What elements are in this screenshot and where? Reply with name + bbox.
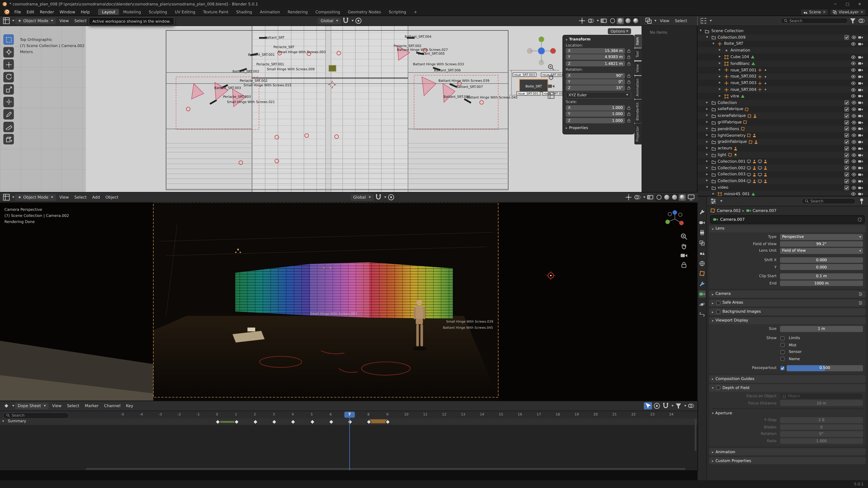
outliner-row-pendrillons[interactable]: ▸pendrillons bbox=[698, 126, 868, 132]
camera-visibility-icon[interactable] bbox=[858, 120, 863, 125]
field-focus-distance[interactable]: 10 m bbox=[780, 400, 863, 406]
toggle-xray-button[interactable] bbox=[646, 194, 654, 201]
disclosure-arrow[interactable]: ▸ bbox=[706, 132, 708, 139]
disclosure-arrow[interactable]: ▸ bbox=[719, 60, 721, 67]
exclude-checkbox[interactable] bbox=[844, 120, 849, 125]
eye-icon[interactable] bbox=[851, 68, 856, 72]
eye-icon[interactable] bbox=[851, 100, 856, 105]
eye-icon[interactable] bbox=[851, 80, 856, 86]
field-end[interactable]: 1000 m bbox=[780, 281, 863, 286]
show-overlays-toggle[interactable] bbox=[633, 194, 642, 201]
camera-visibility-icon[interactable] bbox=[858, 41, 863, 46]
menu-render[interactable]: Render bbox=[37, 8, 57, 15]
dopesheet-mode-dropdown[interactable]: Dope Sheet bbox=[15, 402, 49, 409]
section-header-depth-of-field[interactable]: ▾Depth of Field bbox=[709, 384, 866, 392]
editor-type-button[interactable] bbox=[2, 17, 11, 24]
camera-visibility-icon[interactable] bbox=[858, 153, 863, 158]
eye-icon[interactable] bbox=[851, 139, 856, 144]
disclosure-arrow[interactable]: ▸ bbox=[719, 54, 721, 60]
menu-select[interactable]: Select bbox=[72, 194, 90, 200]
eye-icon[interactable] bbox=[851, 61, 856, 66]
outliner-row-vitre[interactable]: ▸vitre bbox=[698, 93, 868, 99]
outliner-row-roue-srt-001[interactable]: ▸roue_SRT.001 bbox=[698, 67, 868, 73]
eye-icon[interactable] bbox=[851, 153, 856, 158]
shading-solid-button[interactable] bbox=[663, 194, 671, 200]
exclude-checkbox[interactable] bbox=[844, 178, 849, 184]
eye-icon[interactable] bbox=[851, 120, 856, 125]
exclude-checkbox[interactable] bbox=[844, 126, 849, 131]
tool-cursor[interactable] bbox=[3, 47, 14, 57]
camera-visibility-icon[interactable] bbox=[858, 74, 863, 79]
outliner-row-scenefabrique[interactable]: ▸sceneFabrique bbox=[698, 112, 868, 119]
field-shift-x[interactable]: 0.000 bbox=[780, 257, 863, 263]
preset-icon[interactable] bbox=[858, 291, 863, 296]
lock-icon[interactable] bbox=[627, 55, 631, 59]
camera-visibility-icon[interactable] bbox=[858, 113, 863, 119]
workspace-tab-geometry-nodes[interactable]: Geometry Nodes bbox=[344, 9, 385, 15]
proportional-editing-toggle[interactable] bbox=[387, 194, 395, 201]
workspace-tab-sculpting[interactable]: Sculpting bbox=[145, 9, 171, 15]
lock-icon[interactable] bbox=[627, 112, 631, 116]
properties-tab-physics[interactable] bbox=[698, 301, 706, 308]
section-header-custom-properties[interactable]: ▸Custom Properties bbox=[709, 457, 866, 464]
menu-view[interactable]: View bbox=[57, 18, 71, 24]
dope-sheet-canvas[interactable]: -5-4-3-2-1012345678910111213141516171819… bbox=[0, 411, 698, 470]
outliner-row-boite-srt[interactable]: ▾Boite_SRT bbox=[698, 41, 868, 47]
transform-orientation-dropdown[interactable]: Global bbox=[318, 18, 341, 24]
breadcrumb-data[interactable]: Camera.007 bbox=[753, 208, 776, 213]
workspace-tab-compositing[interactable]: Compositing bbox=[311, 9, 344, 15]
camera-visibility-icon[interactable] bbox=[858, 178, 863, 184]
sidebar-tab-animation[interactable]: Animation bbox=[634, 75, 642, 99]
eye-icon[interactable] bbox=[851, 35, 856, 40]
tool-transform[interactable] bbox=[3, 96, 14, 107]
disclosure-arrow[interactable]: ▸ bbox=[719, 93, 721, 99]
disclosure-arrow[interactable]: ▸ bbox=[706, 139, 708, 145]
outliner-row-cube-104[interactable]: ▸Cube.104 bbox=[698, 54, 868, 60]
camera-visibility-icon[interactable] bbox=[858, 139, 863, 144]
tool-scale[interactable] bbox=[3, 84, 14, 95]
menu-object[interactable]: Object bbox=[103, 194, 121, 200]
viewport-camera-canvas[interactable]: Camera Perspective (7) Scene Collection … bbox=[0, 202, 698, 401]
location-z-field[interactable]: Z1.4821 m bbox=[566, 61, 625, 66]
sidebar-tab-projector[interactable]: Projector bbox=[634, 124, 642, 144]
minimize-button[interactable]: ─ bbox=[829, 0, 842, 8]
exclude-checkbox[interactable] bbox=[844, 159, 849, 164]
camera-visibility-icon[interactable] bbox=[858, 166, 863, 170]
eye-icon[interactable] bbox=[851, 107, 856, 112]
properties-tab-object[interactable] bbox=[698, 270, 706, 277]
outliner-row-roue-srt-003[interactable]: ▸roue_SRT.003 bbox=[698, 80, 868, 87]
outliner-row-scene-collection[interactable]: ▾Scene Collection bbox=[698, 28, 868, 34]
eye-icon[interactable] bbox=[851, 185, 856, 190]
lock-icon[interactable] bbox=[627, 73, 631, 78]
camera-visibility-icon[interactable] bbox=[858, 107, 863, 112]
transform-orientation-dropdown[interactable]: Global bbox=[350, 194, 374, 200]
disclosure-arrow[interactable]: ▸ bbox=[706, 171, 708, 178]
field-blades[interactable]: 0 bbox=[780, 424, 863, 430]
lock-view-icon[interactable] bbox=[680, 261, 688, 268]
zoom-icon[interactable] bbox=[680, 233, 688, 240]
exclude-checkbox[interactable] bbox=[844, 166, 849, 170]
disclosure-arrow[interactable]: ▸ bbox=[719, 87, 721, 93]
camera-visibility-icon[interactable] bbox=[858, 185, 863, 190]
snap-magnet-toggle[interactable] bbox=[662, 402, 670, 410]
shading-rendered-button[interactable] bbox=[632, 18, 640, 24]
outliner-row-miroir45-001[interactable]: ▸miroir45_001 bbox=[698, 191, 868, 196]
outliner-row-fondblanc[interactable]: ▸fondBlanc bbox=[698, 60, 868, 67]
outliner-row-light[interactable]: ▸light bbox=[698, 152, 868, 158]
exclude-checkbox[interactable] bbox=[844, 113, 849, 119]
viewport-top-canvas[interactable]: Battant_SRTPeriacte_SRTBattant_SRT.001Sm… bbox=[0, 26, 642, 193]
outliner-options-icon[interactable] bbox=[857, 17, 866, 24]
eye-icon[interactable] bbox=[851, 178, 856, 184]
camera-visibility-icon[interactable] bbox=[858, 133, 863, 138]
section-header-composition-guides[interactable]: ▸Composition Guides bbox=[709, 375, 866, 383]
scene-unlink-icon[interactable]: ✕ bbox=[823, 10, 826, 14]
scene-selector[interactable]: Scene ✕ bbox=[801, 9, 828, 14]
field-f-stop[interactable]: 2.8 bbox=[780, 417, 863, 423]
exclude-checkbox[interactable] bbox=[844, 139, 849, 144]
mode-dropdown[interactable]: Object Mode bbox=[15, 194, 56, 200]
maximize-button[interactable]: □ bbox=[841, 0, 854, 8]
exclude-checkbox[interactable] bbox=[844, 185, 849, 190]
field-size[interactable]: 1 m bbox=[780, 326, 863, 332]
workspace-tab-uv-editing[interactable]: UV Editing bbox=[171, 9, 199, 15]
mode-dropdown[interactable]: Object Mode bbox=[15, 18, 56, 24]
